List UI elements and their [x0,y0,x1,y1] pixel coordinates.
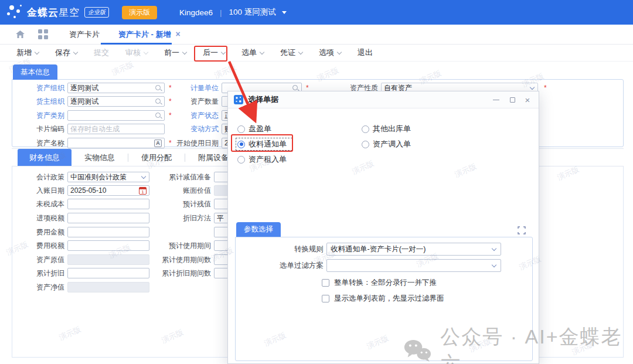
toolbar: 新增 保存 提交 审核 前一 后一 选单 凭证 选项 退出 [0,45,633,62]
demo-watermark: 演示版 [213,62,238,81]
convert-rule-label: 转换规则 [265,244,324,254]
chevron-down-icon [182,49,187,54]
radio-selected-icon[interactable] [237,141,245,148]
tab-close-icon[interactable]: × [176,29,181,39]
select-bill-dialog: 选择单据 × 盘盈单 收料通知单 资产租入单 其他出库单 资产调入单 参数选择 [227,91,539,364]
home-icon[interactable] [15,30,25,39]
demo-watermark: 演示版 [110,59,135,78]
asset-status-label[interactable]: 资产状态 [158,111,219,121]
convert-rule-select[interactable]: 收料通知单-资产卡片(一对一) [326,243,501,256]
filter-scheme-label: 选单过滤方案 [265,261,324,271]
radio-option-diaoru[interactable]: 资产调入单 [362,139,411,149]
checkbox-whole-convert[interactable]: 整单转换：全部分录行一并下推 [322,278,437,288]
tab-physical-info[interactable]: 实物信息 [72,149,128,166]
accum-impairment-label: 累计减值准备 [141,172,211,182]
asset-net-value-input [67,282,149,292]
filter-scheme-select[interactable] [326,259,501,272]
dialog-logo-icon [234,95,243,104]
maximize-icon[interactable] [505,91,520,108]
accum-used-periods-label: 累计使用期间数 [141,255,211,265]
checkbox-show-filter-first[interactable]: 显示选单列表前，先显示过滤界面 [322,294,444,304]
expand-icon[interactable] [518,226,526,234]
asset-qty-label: 资产数量 [158,97,219,107]
app-logo: 金蝶云星空 [27,6,80,19]
toolbar-voucher-button[interactable]: 凭证 [280,47,302,58]
radio-icon[interactable] [362,125,369,133]
section-tab-params[interactable]: 参数选择 [236,222,281,237]
required-mark [544,84,547,92]
chevron-down-icon [221,49,226,54]
tab-asset-card[interactable]: 资产卡片 [69,29,100,40]
start-use-date-label: 开始使用日期 [158,138,219,148]
toolbar-prev-button[interactable]: 前一 [164,47,186,58]
depreciation-method-label: 折旧方法 [141,213,211,223]
section-tab-basic-info[interactable]: 基本信息 [13,64,57,80]
book-value-label: 账面价值 [141,186,211,196]
account-name[interactable]: Kingdee6 [179,8,213,17]
radio-option-qita-chuku[interactable]: 其他出库单 [362,124,411,134]
tab-usage-allocation[interactable]: 使用分配 [128,149,185,166]
checkbox-icon[interactable] [322,279,329,287]
minimize-icon[interactable] [488,91,503,108]
radio-icon[interactable] [237,125,245,133]
chevron-down-icon [298,49,303,54]
chevron-down-icon [337,49,342,54]
radio-icon[interactable] [362,141,369,148]
tab-bar: 资产卡片 资产卡片 - 新增× [0,25,633,45]
toolbar-select-bill-button[interactable]: 选单 [241,47,264,58]
toolbar-options-button[interactable]: 选项 [319,47,341,58]
asset-net-value-label: 资产净值 [18,283,64,292]
change-mode-label[interactable]: 变动方式 [158,124,219,134]
toolbar-submit-button: 提交 [94,47,109,58]
chevron-down-icon [492,246,496,251]
radio-option-shouliao[interactable]: 收料通知单 [237,139,287,149]
demo-version-badge: 演示版 [122,6,157,19]
tab-finance-info[interactable]: 财务信息 [18,149,72,166]
chevron-down-icon [73,49,78,54]
toolbar-exit-button[interactable]: 退出 [358,47,373,58]
accum-depr-periods-label: 累计折旧期间数 [141,268,211,278]
toolbar-audit-button: 审核 [125,47,148,58]
header-divider: | [220,8,222,17]
toolbar-next-button[interactable]: 后一 [203,47,225,58]
org-dropdown-caret-icon[interactable] [282,11,287,14]
app-window: 金蝶云星空 企业版 演示版 Kingdee6 | 100 逐同测试 资产卡片 资… [0,0,633,364]
chevron-down-icon [530,85,535,90]
dialog-title: 选择单据 [248,94,278,105]
dialog-titlebar[interactable]: 选择单据 × [228,91,539,108]
menu-grid-icon[interactable] [38,29,48,39]
toolbar-save-button[interactable]: 保存 [55,47,77,58]
kingdee-logo-icon [5,2,25,23]
edition-badge: 企业版 [84,7,109,18]
radio-option-panying[interactable]: 盘盈单 [237,124,271,134]
chevron-down-icon [492,263,496,267]
org-selector[interactable]: 100 逐同测试 [229,7,275,18]
close-icon[interactable]: × [520,91,535,108]
chevron-down-icon [144,49,148,54]
chevron-down-icon [260,49,264,54]
radio-option-zuru[interactable]: 资产租入单 [237,154,287,165]
tab-asset-card-new[interactable]: 资产卡片 - 新增× [118,29,181,40]
checkbox-icon[interactable] [322,295,329,302]
app-header: 金蝶云星空 企业版 演示版 Kingdee6 | 100 逐同测试 [0,0,633,25]
chevron-down-icon [35,49,39,54]
expected-periods-label: 预计使用期间 [141,241,211,251]
radio-icon[interactable] [237,156,245,164]
toolbar-new-button[interactable]: 新增 [16,47,39,58]
estimated-residual-label: 预计残值 [141,199,211,209]
